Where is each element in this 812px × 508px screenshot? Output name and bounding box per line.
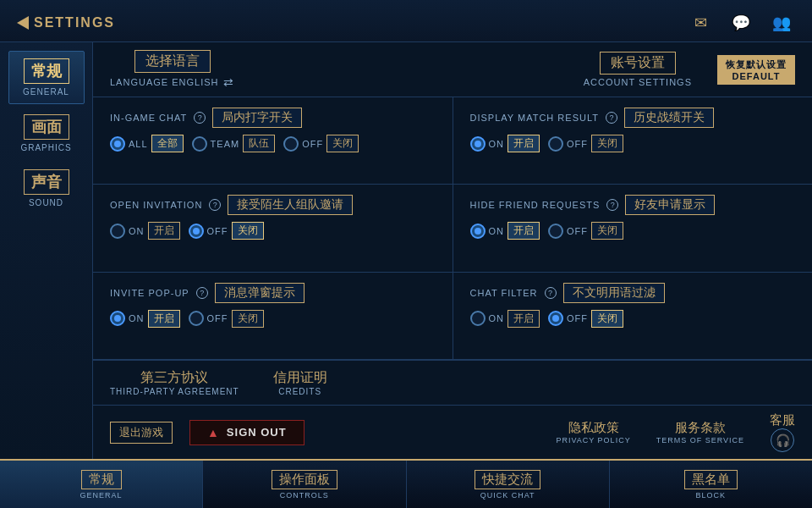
chat-filter-off[interactable]: OFF 关闭 [548,310,623,328]
hide-friend-on[interactable]: ON 开启 [470,222,540,240]
invite-popup-info-icon[interactable]: ? [196,287,208,299]
setting-in-game-chat: IN-GAME CHAT ? 局内打字开关 ALL 全部 TEAM [93,97,453,184]
credits-link[interactable]: 信用证明 CREDITS [273,369,327,396]
main-container: SETTINGS ✉ 💬 👥 常规 GENERAL 画面 GRAPHICS 声音… [0,0,812,508]
in-game-chat-off-radio[interactable] [283,136,299,152]
invite-popup-on[interactable]: ON 开启 [110,310,180,328]
customer-service-link[interactable]: 客服 🎧 [770,412,795,452]
chat-filter-on-radio[interactable] [470,311,486,326]
display-match-off[interactable]: OFF 关闭 [548,135,623,152]
chat-filter-cn: 不文明用语过滤 [563,283,665,303]
sidebar-general-en: GENERAL [13,87,80,97]
display-match-on-radio[interactable] [470,136,486,152]
setting-hide-friend: HIDE FRIEND REQUESTS ? 好友申请显示 ON 开启 OFF [453,185,813,271]
display-match-on[interactable]: ON 开启 [470,135,540,152]
open-invitation-off-radio[interactable] [189,224,204,239]
display-match-off-radio[interactable] [548,136,563,152]
nav-quick-chat[interactable]: 快捷交流 QUICK CHAT [407,461,610,508]
friends-icon[interactable]: 👥 [768,9,795,36]
in-game-chat-all-cn: 全部 [151,135,184,152]
sidebar-item-sound[interactable]: 声音 SOUND [8,163,85,214]
third-party-link[interactable]: 第三方协议 THIRD-PARTY AGREEMENT [110,369,239,396]
in-game-chat-en: IN-GAME CHAT [110,113,187,123]
credits-cn: 信用证明 [273,369,327,387]
open-invitation-info-icon[interactable]: ? [209,199,221,211]
chat-filter-off-radio[interactable] [548,311,563,326]
third-party-cn: 第三方协议 [140,369,208,387]
in-game-chat-off[interactable]: OFF 关闭 [283,135,359,152]
hide-friend-off-cn: 关闭 [591,222,623,240]
sidebar-sound-cn: 声音 [24,169,69,195]
open-invitation-en: OPEN INVITATION [110,200,202,210]
credits-en: CREDITS [278,387,321,396]
header-icons: ✉ 💬 👥 [687,9,795,36]
envelope-icon[interactable]: ✉ [687,9,714,36]
open-invitation-on[interactable]: ON 开启 [110,222,180,240]
sidebar-graphics-en: GRAPHICS [12,143,81,152]
privacy-policy-link[interactable]: 隐私政策 PRIVACY POLICY [556,420,630,444]
nav-block[interactable]: 黑名单 BLOCK [610,461,812,508]
sidebar: 常规 GENERAL 画面 GRAPHICS 声音 SOUND [0,42,93,459]
chat-filter-on[interactable]: ON 开启 [470,310,540,328]
top-controls: 选择语言 LANGUAGE ENGLISH ⇄ 账号设置 ACCOUNT SET… [93,42,812,97]
chat-filter-on-en: ON [489,313,505,323]
nav-general[interactable]: 常规 GENERAL [0,461,203,508]
right-links: 隐私政策 PRIVACY POLICY 服务条款 TERMS OF SERVIC… [556,412,795,452]
in-game-chat-team-radio[interactable] [192,136,207,152]
invite-popup-cn: 消息弹窗提示 [215,283,304,303]
in-game-chat-all-radio[interactable] [110,136,125,152]
open-invitation-options: ON 开启 OFF 关闭 [110,222,436,240]
sidebar-item-graphics[interactable]: 画面 GRAPHICS [8,108,85,159]
nav-controls-cn: 操作面板 [272,470,337,489]
hide-friend-header: HIDE FRIEND REQUESTS ? 好友申请显示 [470,195,796,215]
hide-friend-on-en: ON [489,226,505,236]
bottom-links: 第三方协议 THIRD-PARTY AGREEMENT 信用证明 CREDITS [93,360,812,405]
terms-of-service-link[interactable]: 服务条款 TERMS OF SERVICE [656,420,744,444]
invite-popup-off[interactable]: OFF 关闭 [189,310,264,328]
chat-icon[interactable]: 💬 [727,9,754,36]
sign-out-button[interactable]: ▲ SIGN OUT [189,420,304,445]
signout-cn-button[interactable]: 退出游戏 [110,422,173,444]
sidebar-general-cn: 常规 [24,58,69,84]
display-match-cn: 历史战绩开关 [624,108,714,128]
hide-friend-on-radio[interactable] [470,224,486,239]
setting-open-invitation: OPEN INVITATION ? 接受陌生人组队邀请 ON 开启 OFF [93,185,453,271]
in-game-chat-info-icon[interactable]: ? [194,112,206,124]
invite-popup-off-radio[interactable] [189,311,204,326]
in-game-chat-header: IN-GAME CHAT ? 局内打字开关 [110,108,436,128]
swap-icon[interactable]: ⇄ [223,75,234,89]
customer-service-cn: 客服 [770,412,795,428]
chat-filter-off-en: OFF [567,313,588,323]
nav-controls[interactable]: 操作面板 CONTROLS [203,461,406,508]
open-invitation-on-radio[interactable] [110,224,125,239]
in-game-chat-team[interactable]: TEAM 队伍 [192,135,276,152]
chat-filter-info-icon[interactable]: ? [545,287,557,299]
invite-popup-on-radio[interactable] [110,311,125,326]
hide-friend-off[interactable]: OFF 关闭 [548,222,623,240]
hide-friend-info-icon[interactable]: ? [606,199,618,211]
back-button[interactable]: SETTINGS [17,15,115,30]
display-match-info-icon[interactable]: ? [606,112,617,124]
warning-icon: ▲ [207,426,220,439]
chat-filter-on-cn: 开启 [508,310,540,328]
chat-filter-header: CHAT FILTER ? 不文明用语过滤 [470,283,796,303]
open-invitation-cn: 接受陌生人组队邀请 [228,195,353,215]
in-game-chat-all-en: ALL [129,139,148,149]
in-game-chat-options: ALL 全部 TEAM 队伍 OFF 关闭 [110,135,436,152]
account-cn-label: 账号设置 [600,52,676,75]
open-invitation-off[interactable]: OFF 关闭 [189,222,264,240]
hide-friend-en: HIDE FRIEND REQUESTS [470,200,601,210]
invite-popup-on-cn: 开启 [148,310,180,328]
setting-chat-filter: CHAT FILTER ? 不文明用语过滤 ON 开启 OFF [453,273,813,359]
in-game-chat-off-en: OFF [302,139,323,149]
default-button[interactable]: 恢复默认设置 DEFAULT [717,55,795,85]
in-game-chat-all[interactable]: ALL 全部 [110,135,184,152]
hide-friend-off-radio[interactable] [548,224,563,239]
settings-title: SETTINGS [34,15,115,30]
sign-out-label: SIGN OUT [227,426,287,439]
chat-filter-en: CHAT FILTER [470,288,538,298]
invite-popup-off-cn: 关闭 [232,310,264,328]
sidebar-item-general[interactable]: 常规 GENERAL [8,51,85,104]
hide-friend-off-en: OFF [567,226,588,236]
settings-main: 选择语言 LANGUAGE ENGLISH ⇄ 账号设置 ACCOUNT SET… [93,42,812,459]
